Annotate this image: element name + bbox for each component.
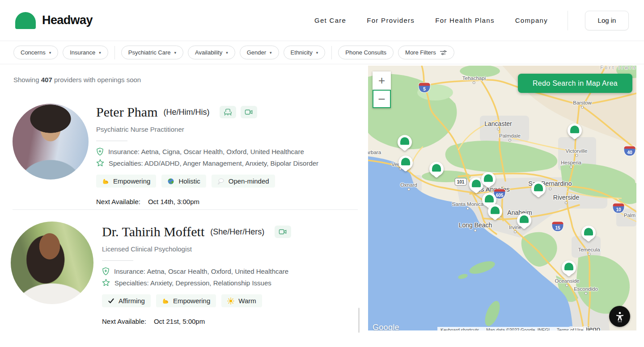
badge-label: Affirming [119,297,145,305]
map-data-credit: Map data ©2022 Google, INEGI [486,328,550,330]
nav-for-providers[interactable]: For Providers [367,17,415,24]
results-count-prefix: Showing [13,76,39,84]
trait-badge: Holistic [161,175,206,188]
nav-links: Get Care For Providers For Health Plans … [314,17,548,24]
chair-icon [224,109,232,116]
google-logo: Google [373,323,399,330]
badge-label: Open-minded [229,177,269,185]
provider-name[interactable]: Peter Pham [96,105,157,120]
main-content: Showing 407 providers with openings soon… [0,64,644,347]
trait-badge: Warm [221,294,262,307]
top-nav: Headway Get Care For Providers For Healt… [0,0,644,41]
filter-label: Psychiatric Care [128,49,171,56]
provider-card[interactable]: Peter Pham (He/Him/His) [13,104,318,205]
provider-specialties: Specialties: ADD/ADHD, Anger Management,… [109,159,318,167]
terms-of-use-link[interactable]: Terms of Use [557,328,583,330]
provider-map-pin[interactable] [429,162,444,181]
map-label: Lancaster [484,120,512,127]
provider-name[interactable]: Dr. Tahirih Moffett [102,224,204,239]
map-label: Tehachapi [462,75,486,81]
map-label: Long Beach [459,222,492,229]
filter-phone-consults[interactable]: Phone Consults [338,46,394,59]
accessibility-button[interactable] [609,306,630,327]
results-count-suffix: providers with openings soon [54,76,141,84]
provider-insurance: Insurance: Aetna, Oscar Health, Oxford, … [114,268,288,275]
provider-pronouns: (He/Him/His) [163,108,209,117]
map-label: Riverside [553,194,579,201]
map-label: Barstow [573,100,592,105]
provider-card[interactable]: Dr. Tahirih Moffett (She/Her/Hers) Licen… [11,222,291,325]
provider-map-pin[interactable] [581,226,596,245]
nav-get-care[interactable]: Get Care [314,17,346,24]
list-scrollbar[interactable] [358,308,360,333]
filter-bar: Concerns ▾ Insurance ▾ Psychiatric Care … [0,41,644,64]
map-label: Santa Monica [452,201,483,207]
provider-map-pin[interactable] [568,123,582,143]
video-session-chip [275,226,291,238]
trait-badge: Open-minded [212,175,275,188]
next-available-value: Oct 14th, 3:00pm [148,198,199,205]
results-count: Showing 407 providers with openings soon [13,76,141,84]
badge-label: Empowering [113,177,150,185]
headway-wordmark: Headway [42,13,93,27]
provider-map-pin[interactable] [488,204,502,224]
keyboard-shortcuts-link[interactable]: Keyboard shortcuts [441,328,479,330]
filter-divider [331,46,332,59]
muscle-icon [162,297,169,305]
results-map[interactable]: Fort IrwinTehachapiBarstowLancasterPalmd… [368,66,636,330]
zoom-in-button[interactable]: + [373,71,391,90]
star-icon [102,279,110,287]
filter-gender[interactable]: Gender ▾ [240,46,279,59]
filter-label: Availability [195,49,222,56]
map-label: Oxnard [400,182,417,188]
provider-insurance: Insurance: Aetna, Cigna, Oscar Health, O… [108,148,304,155]
filter-insurance[interactable]: Insurance ▾ [63,46,108,59]
map-label: Palm Springs [624,213,636,218]
provider-photo[interactable] [11,222,93,304]
provider-map-pin[interactable] [531,181,546,201]
shield-plus-icon [96,147,104,156]
chevron-down-icon: ▾ [49,50,51,55]
video-camera-icon [279,229,287,235]
provider-pronouns: (She/Her/Hers) [210,227,264,237]
provider-map-pin[interactable] [481,172,496,192]
provider-photo[interactable] [13,104,89,180]
filter-concerns[interactable]: Concerns ▾ [13,46,58,59]
provider-map-pin[interactable] [398,155,413,175]
map-attribution: Keyboard shortcuts Map data ©2022 Google… [437,327,586,330]
filter-more-filters[interactable]: More Filters [398,46,454,59]
provider-specialties: Specialties: Anxiety, Depression, Relati… [114,279,271,287]
divider [96,141,127,141]
trait-badges: Empowering Holistic [96,175,318,188]
globe-icon [167,178,174,185]
filter-availability[interactable]: Availability ▾ [188,46,235,59]
next-available: Next Available: Oct 21st, 5:00pm [102,318,291,325]
badge-label: Holistic [178,177,200,185]
accessibility-icon [614,311,626,322]
filter-psychiatric-care[interactable]: Psychiatric Care ▾ [121,46,183,59]
headway-logo[interactable]: Headway [15,12,93,29]
map-label: Santa Barbara [368,150,381,155]
filter-label: Concerns [21,49,46,56]
nav-company[interactable]: Company [515,17,548,24]
trait-badge: Affirming [102,294,151,307]
provider-map-pin[interactable] [517,213,531,233]
star-icon [96,159,104,167]
nav-for-health-plans[interactable]: For Health Plans [435,17,495,24]
trait-badge: Empowering [156,294,216,307]
map-label: Palmdale [499,133,521,138]
filter-ethnicity[interactable]: Ethnicity ▾ [284,46,326,59]
next-available-label: Next Available: [96,198,140,205]
provider-map-pin[interactable] [562,260,576,280]
login-button[interactable]: Log in [585,11,629,30]
badge-label: Warm [238,297,256,305]
zoom-out-button[interactable]: − [373,90,391,108]
next-available-label: Next Available: [102,318,146,325]
provider-title: Psychiatric Nurse Practitioner [96,125,318,133]
results-count-number: 407 [41,76,52,84]
redo-search-button[interactable]: Redo Search in Map Area [518,74,632,93]
shield-plus-icon [102,267,110,276]
provider-map-pin[interactable] [398,135,412,155]
map-zoom-controls: + − [373,71,391,108]
map-label: Victorville [566,148,588,154]
